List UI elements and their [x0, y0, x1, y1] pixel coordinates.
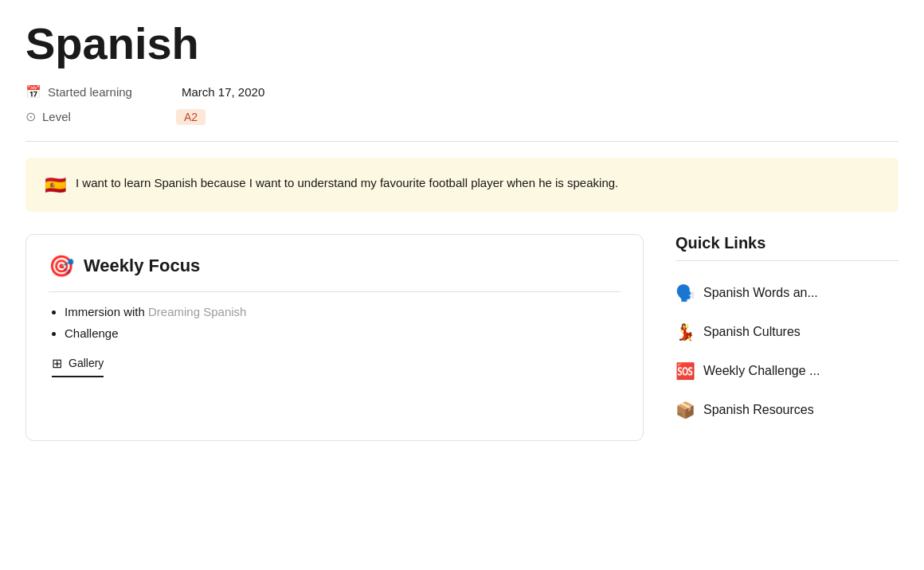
dreaming-spanish-link[interactable]: Dreaming Spanish [148, 305, 246, 318]
quick-links-title: Quick Links [675, 234, 899, 252]
quick-link-words-label: Spanish Words an... [703, 286, 818, 300]
spain-flag-icon: 🇪🇸 [45, 175, 66, 196]
quick-link-words[interactable]: 🗣️ Spanish Words an... [675, 274, 899, 313]
card-divider [49, 291, 621, 292]
level-label: Level [42, 110, 170, 123]
gallery-tab[interactable]: ⊞ Gallery [52, 356, 104, 377]
page-title: Spanish [25, 19, 899, 68]
level-row: ⊙ Level A2 [25, 109, 899, 125]
weekly-focus-card: 🎯 Weekly Focus Immersion with Dreaming S… [25, 234, 644, 441]
list-item: Challenge [65, 326, 621, 340]
level-badge: A2 [176, 109, 206, 125]
started-value: March 17, 2020 [182, 85, 264, 99]
gallery-icon: ⊞ [52, 356, 62, 371]
words-icon: 🗣️ [675, 283, 695, 303]
challenge-icon: 🆘 [675, 361, 695, 381]
quick-links-section: Quick Links 🗣️ Spanish Words an... 💃 Spa… [675, 234, 899, 430]
quick-link-challenge[interactable]: 🆘 Weekly Challenge ... [675, 352, 899, 391]
motivation-box: 🇪🇸 I want to learn Spanish because I wan… [25, 158, 899, 212]
motivation-text: I want to learn Spanish because I want t… [76, 174, 618, 193]
meta-section: 📅 Started learning March 17, 2020 ⊙ Leve… [25, 84, 899, 125]
quick-link-cultures[interactable]: 💃 Spanish Cultures [675, 313, 899, 352]
quick-link-challenge-label: Weekly Challenge ... [703, 364, 820, 378]
level-icon: ⊙ [25, 109, 36, 124]
list-item: Immersion with Dreaming Spanish [65, 305, 621, 318]
started-row: 📅 Started learning March 17, 2020 [25, 84, 899, 100]
card-header: 🎯 Weekly Focus [49, 254, 621, 279]
weekly-focus-title: Weekly Focus [84, 256, 200, 276]
target-icon: 🎯 [49, 254, 74, 279]
calendar-icon: 📅 [25, 84, 41, 100]
main-content: 🎯 Weekly Focus Immersion with Dreaming S… [25, 234, 899, 441]
resources-icon: 📦 [675, 400, 695, 420]
meta-divider [25, 141, 899, 142]
immersion-text: Immersion with [65, 305, 148, 318]
challenge-text: Challenge [65, 326, 119, 340]
gallery-tab-label: Gallery [69, 357, 104, 369]
quick-links-divider [675, 260, 899, 261]
quick-link-resources[interactable]: 📦 Spanish Resources [675, 391, 899, 430]
quick-link-resources-label: Spanish Resources [703, 403, 814, 417]
cultures-icon: 💃 [675, 322, 695, 342]
quick-link-cultures-label: Spanish Cultures [703, 325, 801, 339]
focus-list: Immersion with Dreaming Spanish Challeng… [49, 305, 621, 340]
started-label: Started learning [48, 85, 175, 99]
